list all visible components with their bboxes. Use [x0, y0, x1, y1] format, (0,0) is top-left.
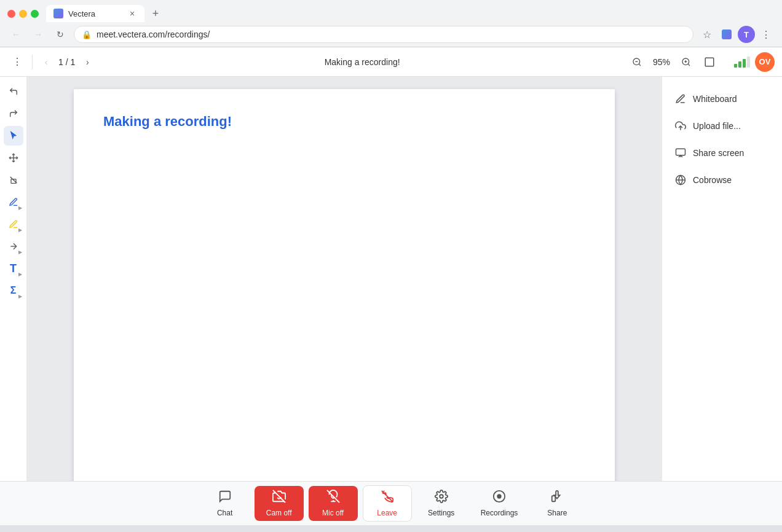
recordings-icon	[492, 490, 506, 506]
chat-icon	[218, 490, 232, 506]
toolbar-separator	[32, 55, 33, 69]
page-navigation: ‹ 1 / 1 ›	[38, 53, 96, 71]
user-avatar[interactable]: OV	[755, 52, 775, 72]
text-tool-button[interactable]: T ▶	[4, 259, 23, 278]
profile-button[interactable]: T	[738, 26, 755, 43]
menu-button[interactable]: ⋮	[7, 52, 27, 72]
browser-tab[interactable]: Vectera ×	[46, 5, 144, 22]
share-screen-label: Share screen	[693, 148, 744, 158]
tab-favicon	[53, 9, 63, 18]
page-count: 1 / 1	[58, 57, 75, 67]
cobrowse-label: Cobrowse	[693, 175, 732, 185]
settings-label: Settings	[428, 509, 454, 517]
document-title: Making a recording!	[101, 57, 623, 67]
whiteboard-label: Whiteboard	[693, 94, 737, 104]
top-toolbar: ⋮ ‹ 1 / 1 › Making a recording! 95%	[0, 47, 782, 77]
more-options-button[interactable]: ⋮	[757, 26, 775, 43]
share-screen-button[interactable]: Share screen	[669, 141, 775, 165]
profile-avatar[interactable]: T	[738, 26, 755, 43]
chat-label: Chat	[217, 509, 232, 517]
svg-point-21	[497, 495, 501, 498]
main-canvas: Making a recording!	[27, 77, 662, 481]
whiteboard-icon	[674, 93, 687, 105]
leave-icon	[381, 490, 394, 506]
document-content-title: Making a recording!	[103, 114, 585, 130]
share-button[interactable]: Share	[532, 486, 582, 521]
reload-button[interactable]: ↻	[52, 26, 69, 43]
document-page: Making a recording!	[74, 89, 615, 481]
formula-tool-button[interactable]: Σ ▶	[4, 281, 23, 300]
bottom-toolbar: Chat Cam off Mic off Leave Settings	[0, 481, 782, 525]
traffic-light-maximize[interactable]	[31, 10, 39, 18]
forward-button[interactable]: →	[30, 26, 47, 43]
share-icon	[550, 490, 564, 506]
cam-off-icon	[272, 490, 286, 506]
leave-label: Leave	[377, 509, 397, 517]
settings-button[interactable]: Settings	[417, 486, 466, 521]
undo-button[interactable]	[4, 82, 23, 101]
svg-rect-7	[705, 58, 714, 66]
vectera-extension-button[interactable]	[718, 26, 735, 43]
next-page-button[interactable]: ›	[79, 53, 96, 71]
svg-line-1	[639, 64, 641, 66]
recordings-label: Recordings	[481, 509, 518, 517]
cam-off-label: Cam off	[266, 509, 292, 517]
traffic-light-minimize[interactable]	[19, 10, 27, 18]
svg-point-19	[440, 495, 443, 498]
svg-line-17	[273, 490, 285, 503]
content-area: ▶ ▶ ▶ T ▶ Σ ▶ Making a recording!	[0, 77, 782, 481]
cobrowse-button[interactable]: Cobrowse	[669, 168, 775, 192]
zoom-out-button[interactable]	[628, 53, 646, 71]
tab-close-button[interactable]: ×	[127, 9, 137, 18]
url-text: meet.vectera.com/recordings/	[97, 29, 210, 39]
recordings-button[interactable]: Recordings	[471, 486, 528, 521]
chat-button[interactable]: Chat	[200, 486, 250, 521]
zoom-in-button[interactable]	[677, 53, 695, 71]
cobrowse-icon	[674, 174, 687, 186]
arrow-tool-button[interactable]: ▶	[4, 237, 23, 256]
left-toolbar: ▶ ▶ ▶ T ▶ Σ ▶	[0, 77, 27, 481]
tab-title: Vectera	[68, 9, 122, 18]
upload-file-button[interactable]: Upload file...	[669, 114, 775, 138]
toolbar-right: OV	[734, 52, 775, 72]
share-label: Share	[547, 509, 567, 517]
pen-tool-button[interactable]: ▶	[4, 192, 23, 212]
redo-button[interactable]	[4, 104, 23, 123]
zoom-level: 95%	[649, 57, 674, 67]
new-tab-button[interactable]: +	[147, 5, 164, 22]
svg-rect-13	[676, 149, 685, 155]
highlight-tool-button[interactable]: ▶	[4, 214, 23, 234]
select-tool-button[interactable]	[4, 126, 23, 146]
move-tool-button[interactable]	[4, 148, 23, 168]
upload-icon	[674, 120, 687, 132]
settings-icon	[435, 490, 448, 506]
svg-line-4	[688, 64, 690, 66]
mic-off-button[interactable]: Mic off	[309, 486, 358, 521]
signal-strength-icon	[734, 57, 750, 68]
upload-file-label: Upload file...	[693, 121, 741, 131]
back-button[interactable]: ←	[7, 26, 25, 43]
bookmark-button[interactable]: ☆	[698, 26, 716, 43]
leave-button[interactable]: Leave	[363, 485, 412, 522]
whiteboard-button[interactable]: Whiteboard	[669, 87, 775, 111]
mic-off-label: Mic off	[322, 509, 344, 517]
eraser-tool-button[interactable]	[4, 170, 23, 190]
prev-page-button[interactable]: ‹	[38, 53, 55, 71]
zoom-controls: 95%	[628, 53, 695, 71]
cam-off-button[interactable]: Cam off	[255, 486, 304, 521]
mic-off-icon	[326, 490, 340, 506]
address-bar[interactable]: 🔒 meet.vectera.com/recordings/	[74, 26, 693, 43]
fullscreen-button[interactable]	[700, 52, 719, 72]
traffic-light-close[interactable]	[7, 10, 15, 18]
share-screen-icon	[674, 147, 687, 159]
right-panel: Whiteboard Upload file... Share screen C…	[662, 77, 782, 481]
lock-icon: 🔒	[82, 30, 92, 39]
